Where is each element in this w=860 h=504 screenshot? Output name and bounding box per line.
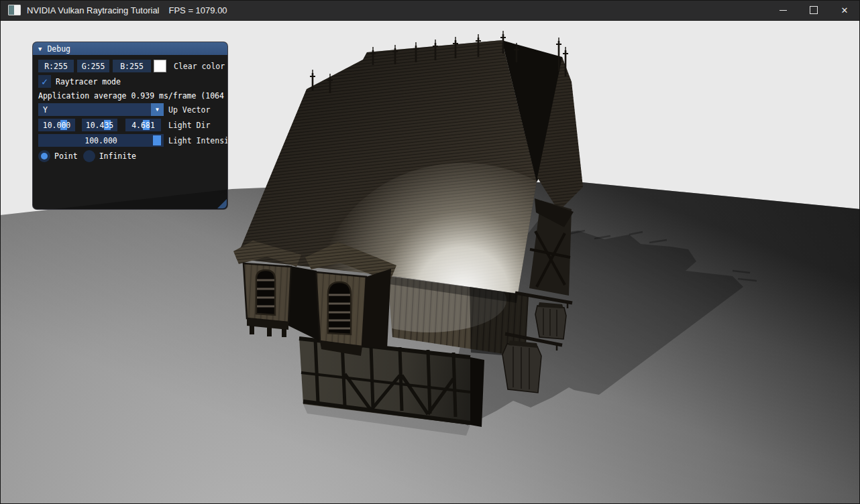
light-dir-z-slider[interactable]: 4.681 (125, 119, 161, 131)
infinite-radio[interactable] (83, 150, 95, 162)
color-g-button[interactable]: G:255 (77, 60, 109, 72)
light-dir-z-value: 4.681 (131, 121, 155, 130)
up-vector-label: Up Vector (168, 105, 210, 115)
close-button[interactable]: ✕ (829, 0, 860, 20)
color-r-button[interactable]: R:255 (38, 60, 74, 72)
light-intensity-slider[interactable]: 100.000 (38, 134, 164, 147)
color-b-button[interactable]: B:255 (113, 60, 151, 72)
up-vector-row: Y ▼ Up Vector (38, 103, 227, 116)
light-dir-y-slider[interactable]: 10.435 (82, 119, 117, 131)
clear-color-swatch[interactable] (154, 60, 166, 72)
debug-panel: ▼ Debug R:255 G:255 B:255 Clear color ✓ … (32, 42, 228, 210)
clear-color-row: R:255 G:255 B:255 Clear color (38, 60, 227, 72)
debug-panel-body: R:255 G:255 B:255 Clear color ✓ Raytrace… (33, 55, 227, 206)
debug-panel-header[interactable]: ▼ Debug (33, 42, 227, 55)
window-title: NVIDIA Vulkan Raytracing Tutorial (27, 5, 160, 15)
raytracer-checkbox[interactable]: ✓ (38, 75, 51, 88)
close-icon: ✕ (841, 5, 849, 15)
light-intensity-value: 100.000 (85, 136, 117, 145)
collapse-arrow-icon[interactable]: ▼ (38, 46, 42, 52)
dormer-middle-window (328, 282, 351, 334)
debug-panel-title: Debug (47, 44, 70, 54)
clear-color-label: Clear color (174, 62, 225, 71)
light-intensity-row: 100.000 Light Intensity (38, 134, 227, 147)
up-vector-value: Y (43, 105, 48, 115)
raytracer-label: Raytracer mode (56, 77, 121, 86)
dormer-left-window (256, 270, 275, 315)
maximize-button[interactable] (798, 0, 829, 20)
chevron-down-icon: ▼ (156, 107, 159, 113)
light-dir-y-value: 10.435 (86, 121, 114, 130)
maximize-icon (810, 6, 818, 14)
fps-counter: FPS = 1079.00 (169, 5, 227, 15)
light-dir-x-slider[interactable]: 10.000 (38, 119, 75, 131)
minimize-icon (780, 10, 787, 11)
infinite-radio-label: Infinite (99, 151, 136, 161)
combo-arrow-button[interactable]: ▼ (151, 103, 164, 116)
checkmark-icon: ✓ (42, 76, 48, 88)
light-intensity-label: Light Intensity (168, 136, 227, 145)
light-dir-row: 10.000 10.435 4.681 Light Dir (38, 119, 227, 131)
up-vector-combo[interactable]: Y ▼ (38, 103, 164, 116)
window-titlebar[interactable]: NVIDIA Vulkan Raytracing TutorialFPS = 1… (0, 0, 860, 21)
light-dir-label: Light Dir (168, 121, 210, 130)
app-icon[interactable] (8, 5, 21, 15)
stats-row: Application average 0.939 ms/frame (1064 (38, 90, 227, 101)
point-radio[interactable] (38, 150, 50, 162)
slider-grab[interactable] (153, 135, 161, 145)
stats-text: Application average 0.939 ms/frame (1064 (38, 91, 224, 101)
raytracer-mode-row: ✓ Raytracer mode (38, 75, 227, 88)
light-dir-x-value: 10.000 (43, 121, 71, 130)
minimize-button[interactable] (767, 0, 798, 20)
point-radio-label: Point (54, 151, 78, 161)
radio-dot (41, 153, 48, 160)
light-type-row: Point Infinite (38, 149, 227, 162)
